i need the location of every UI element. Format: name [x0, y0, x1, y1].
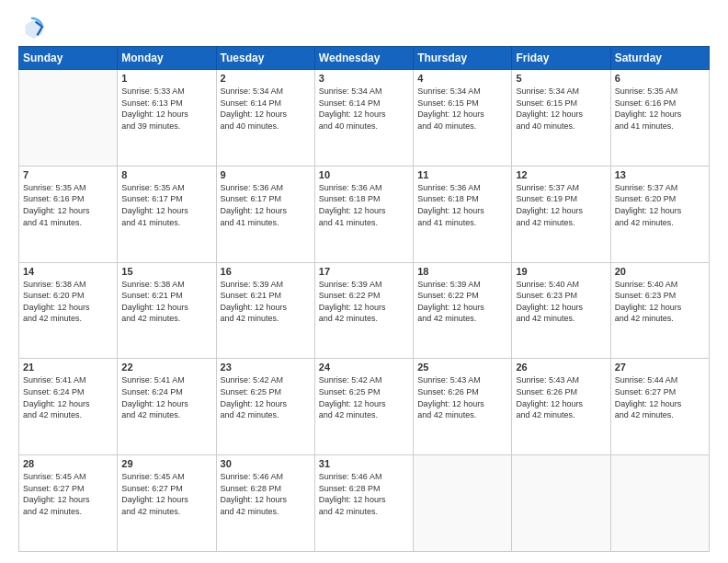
calendar-cell: 14Sunrise: 5:38 AM Sunset: 6:20 PM Dayli… — [19, 262, 118, 359]
day-info: Sunrise: 5:34 AM Sunset: 6:14 PM Dayligh… — [221, 86, 311, 132]
calendar-cell: 31Sunrise: 5:46 AM Sunset: 6:28 PM Dayli… — [314, 455, 413, 552]
day-info: Sunrise: 5:43 AM Sunset: 6:26 PM Dayligh… — [417, 374, 507, 420]
day-number: 1 — [121, 73, 211, 84]
day-number: 20 — [615, 266, 705, 277]
day-number: 31 — [319, 458, 409, 469]
day-info: Sunrise: 5:35 AM Sunset: 6:16 PM Dayligh… — [23, 182, 113, 228]
weekday-header: Tuesday — [216, 47, 314, 70]
day-info: Sunrise: 5:39 AM Sunset: 6:22 PM Dayligh… — [417, 279, 507, 325]
calendar-week-row: 1Sunrise: 5:33 AM Sunset: 6:13 PM Daylig… — [19, 70, 710, 167]
calendar-cell: 19Sunrise: 5:40 AM Sunset: 6:23 PM Dayli… — [512, 262, 610, 359]
day-info: Sunrise: 5:33 AM Sunset: 6:13 PM Dayligh… — [121, 86, 211, 132]
day-number: 14 — [23, 266, 113, 277]
calendar-cell: 6Sunrise: 5:35 AM Sunset: 6:16 PM Daylig… — [610, 70, 709, 167]
day-info: Sunrise: 5:40 AM Sunset: 6:23 PM Dayligh… — [516, 279, 606, 325]
header — [18, 15, 710, 40]
day-info: Sunrise: 5:38 AM Sunset: 6:20 PM Dayligh… — [23, 279, 113, 325]
day-number: 4 — [417, 73, 507, 84]
calendar-cell: 17Sunrise: 5:39 AM Sunset: 6:22 PM Dayli… — [314, 262, 413, 359]
weekday-header: Saturday — [610, 47, 709, 70]
page: SundayMondayTuesdayWednesdayThursdayFrid… — [0, 0, 728, 563]
day-number: 23 — [221, 362, 311, 373]
calendar-cell: 2Sunrise: 5:34 AM Sunset: 6:14 PM Daylig… — [216, 70, 314, 167]
day-number: 24 — [319, 362, 409, 373]
calendar-cell: 4Sunrise: 5:34 AM Sunset: 6:15 PM Daylig… — [414, 70, 512, 167]
day-info: Sunrise: 5:42 AM Sunset: 6:25 PM Dayligh… — [221, 374, 311, 420]
day-info: Sunrise: 5:39 AM Sunset: 6:22 PM Dayligh… — [319, 279, 409, 325]
day-number: 13 — [615, 169, 705, 180]
calendar-week-row: 7Sunrise: 5:35 AM Sunset: 6:16 PM Daylig… — [19, 166, 710, 262]
day-number: 29 — [121, 458, 211, 469]
day-number: 15 — [121, 266, 211, 277]
day-number: 5 — [516, 73, 606, 84]
day-number: 11 — [417, 169, 507, 180]
day-info: Sunrise: 5:37 AM Sunset: 6:19 PM Dayligh… — [516, 182, 606, 228]
calendar-cell: 15Sunrise: 5:38 AM Sunset: 6:21 PM Dayli… — [118, 262, 216, 359]
day-number: 19 — [516, 266, 606, 277]
day-info: Sunrise: 5:42 AM Sunset: 6:25 PM Dayligh… — [319, 374, 409, 420]
day-number: 25 — [417, 362, 507, 373]
day-number: 30 — [221, 458, 311, 469]
day-info: Sunrise: 5:38 AM Sunset: 6:21 PM Dayligh… — [121, 279, 211, 325]
day-info: Sunrise: 5:40 AM Sunset: 6:23 PM Dayligh… — [615, 279, 705, 325]
day-number: 7 — [23, 169, 113, 180]
day-number: 21 — [23, 362, 113, 373]
calendar-cell — [610, 455, 709, 552]
calendar-table: SundayMondayTuesdayWednesdayThursdayFrid… — [18, 46, 710, 552]
day-info: Sunrise: 5:34 AM Sunset: 6:15 PM Dayligh… — [417, 86, 507, 132]
day-info: Sunrise: 5:34 AM Sunset: 6:14 PM Dayligh… — [319, 86, 409, 132]
day-number: 16 — [221, 266, 311, 277]
calendar-cell: 30Sunrise: 5:46 AM Sunset: 6:28 PM Dayli… — [216, 455, 314, 552]
calendar-cell — [414, 455, 512, 552]
calendar-cell: 20Sunrise: 5:40 AM Sunset: 6:23 PM Dayli… — [610, 262, 709, 359]
calendar-cell: 18Sunrise: 5:39 AM Sunset: 6:22 PM Dayli… — [414, 262, 512, 359]
day-info: Sunrise: 5:34 AM Sunset: 6:15 PM Dayligh… — [516, 86, 606, 132]
day-info: Sunrise: 5:41 AM Sunset: 6:24 PM Dayligh… — [121, 374, 211, 420]
day-info: Sunrise: 5:37 AM Sunset: 6:20 PM Dayligh… — [615, 182, 705, 228]
weekday-header: Sunday — [19, 47, 118, 70]
day-info: Sunrise: 5:44 AM Sunset: 6:27 PM Dayligh… — [615, 374, 705, 420]
calendar-cell: 26Sunrise: 5:43 AM Sunset: 6:26 PM Dayli… — [512, 359, 610, 455]
day-info: Sunrise: 5:36 AM Sunset: 6:17 PM Dayligh… — [221, 182, 311, 228]
calendar-week-row: 28Sunrise: 5:45 AM Sunset: 6:27 PM Dayli… — [19, 455, 710, 552]
day-info: Sunrise: 5:35 AM Sunset: 6:17 PM Dayligh… — [121, 182, 211, 228]
day-info: Sunrise: 5:46 AM Sunset: 6:28 PM Dayligh… — [221, 471, 311, 517]
day-number: 2 — [221, 73, 311, 84]
weekday-header: Wednesday — [314, 47, 413, 70]
day-info: Sunrise: 5:45 AM Sunset: 6:27 PM Dayligh… — [121, 471, 211, 517]
calendar-cell: 10Sunrise: 5:36 AM Sunset: 6:18 PM Dayli… — [314, 166, 413, 262]
calendar-cell: 28Sunrise: 5:45 AM Sunset: 6:27 PM Dayli… — [19, 455, 118, 552]
calendar-cell: 21Sunrise: 5:41 AM Sunset: 6:24 PM Dayli… — [19, 359, 118, 455]
day-number: 17 — [319, 266, 409, 277]
calendar-cell: 9Sunrise: 5:36 AM Sunset: 6:17 PM Daylig… — [216, 166, 314, 262]
calendar-cell: 8Sunrise: 5:35 AM Sunset: 6:17 PM Daylig… — [118, 166, 216, 262]
day-number: 10 — [319, 169, 409, 180]
day-number: 18 — [417, 266, 507, 277]
calendar-cell: 24Sunrise: 5:42 AM Sunset: 6:25 PM Dayli… — [314, 359, 413, 455]
day-number: 28 — [23, 458, 113, 469]
day-number: 9 — [221, 169, 311, 180]
day-number: 26 — [516, 362, 606, 373]
calendar-cell — [19, 70, 118, 167]
calendar-cell: 29Sunrise: 5:45 AM Sunset: 6:27 PM Dayli… — [118, 455, 216, 552]
day-info: Sunrise: 5:46 AM Sunset: 6:28 PM Dayligh… — [319, 471, 409, 517]
day-number: 8 — [121, 169, 211, 180]
calendar-cell: 12Sunrise: 5:37 AM Sunset: 6:19 PM Dayli… — [512, 166, 610, 262]
weekday-header: Friday — [512, 47, 610, 70]
calendar-cell: 7Sunrise: 5:35 AM Sunset: 6:16 PM Daylig… — [19, 166, 118, 262]
calendar-cell: 11Sunrise: 5:36 AM Sunset: 6:18 PM Dayli… — [414, 166, 512, 262]
calendar-cell: 5Sunrise: 5:34 AM Sunset: 6:15 PM Daylig… — [512, 70, 610, 167]
day-info: Sunrise: 5:35 AM Sunset: 6:16 PM Dayligh… — [615, 86, 705, 132]
calendar-week-row: 14Sunrise: 5:38 AM Sunset: 6:20 PM Dayli… — [19, 262, 710, 359]
day-info: Sunrise: 5:39 AM Sunset: 6:21 PM Dayligh… — [221, 279, 311, 325]
calendar-cell — [512, 455, 610, 552]
day-number: 22 — [121, 362, 211, 373]
calendar-cell: 16Sunrise: 5:39 AM Sunset: 6:21 PM Dayli… — [216, 262, 314, 359]
calendar-cell: 13Sunrise: 5:37 AM Sunset: 6:20 PM Dayli… — [610, 166, 709, 262]
weekday-header: Thursday — [414, 47, 512, 70]
calendar-cell: 27Sunrise: 5:44 AM Sunset: 6:27 PM Dayli… — [610, 359, 709, 455]
day-info: Sunrise: 5:36 AM Sunset: 6:18 PM Dayligh… — [417, 182, 507, 228]
day-number: 3 — [319, 73, 409, 84]
calendar-cell: 23Sunrise: 5:42 AM Sunset: 6:25 PM Dayli… — [216, 359, 314, 455]
day-info: Sunrise: 5:45 AM Sunset: 6:27 PM Dayligh… — [23, 471, 113, 517]
